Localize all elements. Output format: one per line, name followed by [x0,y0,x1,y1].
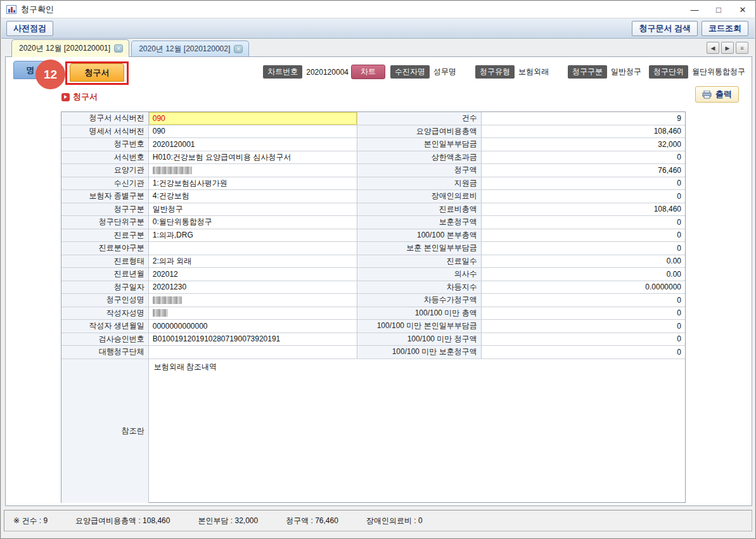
form-row-19: 대행청구단체100/100 미만 보훈청구액0 [61,346,685,359]
form-value[interactable]: B01001912019102807190073920191 [149,333,357,346]
maximize-button[interactable]: □ [707,2,731,18]
form-value[interactable] [149,242,357,255]
form-label: 진료년월 [61,268,149,281]
form-label: 서식번호 [61,151,149,164]
form-value[interactable]: 0000000000000 [149,320,357,333]
print-button[interactable]: 출력 [695,86,739,103]
form-value[interactable]: 0 [482,229,685,242]
form-label: 진료구분 [61,229,149,242]
subtab-claim-form[interactable]: 청구서 [70,63,124,82]
tab-next-button[interactable]: ▶ [721,42,734,54]
minimize-button[interactable]: — [682,2,707,18]
app-window: 청구확인 — □ ✕ 사전점검 청구문서 검색 코드조회 2020년 12월 [… [0,0,756,539]
form-value[interactable]: 0 [482,320,685,333]
form-value[interactable]: 0 [482,346,685,358]
form-value[interactable] [149,294,357,307]
form-row-17: 작성자 생년월일0000000000000100/100 미만 본인일부부담금0 [61,320,685,333]
form-row-16: 작성자성명100/100 미만 총액0 [61,307,685,320]
print-button-label: 출력 [715,89,732,100]
form-value[interactable]: 0 [482,294,685,307]
form-value[interactable]: 0.00 [482,268,685,281]
redacted-value [153,167,192,174]
form-value[interactable]: 090 [149,112,357,125]
form-row-9: 청구단위구분0:월단위통합청구보훈청구액0 [61,216,685,229]
form-value[interactable]: 20201230 [149,281,357,294]
form-value[interactable]: 9 [482,112,685,125]
form-value[interactable]: 090 [149,125,357,138]
form-value[interactable] [149,164,357,177]
status-item-2: 요양급여비용총액 : 108,460 [75,516,170,526]
form-value[interactable] [149,346,357,358]
tab-close-icon[interactable]: × [234,45,243,53]
form-value[interactable]: 0 [482,242,685,255]
form-value[interactable]: 0 [482,216,685,229]
form-value[interactable]: 1:건강보험심사평가원 [149,177,357,190]
form-label: 차등지수 [357,281,482,294]
main-tab-2[interactable]: 2020년 12월 [2020120002]× [131,41,249,57]
form-label: 청구서 서식버전 [61,112,149,125]
form-value[interactable]: H010:건강보험 요양급여비용 심사청구서 [149,151,357,164]
form-row-4: 서식번호H010:건강보험 요양급여비용 심사청구서상한액초과금0 [61,151,685,165]
form-value[interactable]: 0 [482,151,685,164]
form-value[interactable]: 108,460 [482,125,685,138]
form-value[interactable]: 2020120001 [149,138,357,151]
form-label: 건수 [357,112,482,125]
form-label: 작성자성명 [61,307,149,320]
claim-content-panel: 명 청구서 12 차트번호 2020120004 차트 수진자명 성무명 청구유… [5,56,752,506]
form-value[interactable]: 76,460 [482,164,685,177]
form-value[interactable]: 0.0000000 [482,281,685,294]
form-value[interactable] [149,307,357,320]
form-row-8: 청구구분일반청구진료비총액108,460 [61,203,685,217]
form-value[interactable]: 2:의과 외래 [149,255,357,268]
form-label: 대행청구단체 [61,346,149,358]
form-label: 100/100 미만 본인일부부담금 [357,320,482,333]
form-label: 청구단위구분 [61,216,149,229]
form-value[interactable]: 일반청구 [149,203,357,216]
form-value[interactable]: 0.00 [482,255,685,268]
form-label: 100/100 미만 총액 [357,307,482,320]
status-bar: ※ 건수 : 9요양급여비용총액 : 108,460본인부담 : 32,000청… [4,510,752,531]
form-label-reference: 참조란 [61,359,149,503]
form-value[interactable]: 32,000 [482,138,685,151]
claim-type-value: 보험외래 [518,67,549,77]
form-label: 수신기관 [61,177,149,190]
form-label: 진료분야구분 [61,242,149,255]
claim-class-badge: 청구구분 [568,65,607,79]
claim-unit-value: 월단위통합청구 [692,67,745,77]
form-value[interactable]: 1:의과,DRG [149,229,357,242]
form-value-reference[interactable]: 보험외래 참조내역 [149,359,685,503]
form-value[interactable]: 0 [482,333,685,346]
tab-nav: ◀ ▶ ≡ [707,42,748,54]
redacted-value [153,309,168,317]
claim-doc-search-button[interactable]: 청구문서 검색 [632,21,698,36]
tab-strip: 2020년 12월 [2020120001]×2020년 12월 [202012… [1,39,755,57]
form-value[interactable]: 0:월단위통합청구 [149,216,357,229]
form-row-18: 검사승인번호B01001912019102807190073920191100/… [61,333,685,346]
form-row-12: 진료형태2:의과 외래진료일수0.00 [61,255,685,269]
precheck-button[interactable]: 사전점검 [6,21,53,36]
section-header: 청구서 [61,91,98,103]
claim-type-badge: 청구유형 [475,65,515,79]
form-label: 보훈 본인일부부담금 [357,242,482,255]
window-title: 청구확인 [21,4,54,15]
form-value[interactable]: 202012 [149,268,357,281]
form-value[interactable]: 0 [482,177,685,190]
form-value[interactable]: 108,460 [482,203,685,216]
form-row-1: 청구서 서식버전090건수9 [61,112,685,125]
toolbar: 사전점검 청구문서 검색 코드조회 [1,18,755,39]
form-label: 100/100 미만 보훈청구액 [357,346,482,358]
tab-prev-button[interactable]: ◀ [707,42,719,54]
close-button[interactable]: ✕ [731,2,755,18]
main-tab-label: 2020년 12월 [2020120002] [139,44,230,54]
tab-list-button[interactable]: ≡ [736,42,748,54]
form-label: 차등수가청구액 [357,294,482,307]
main-tab-1[interactable]: 2020년 12월 [2020120001]× [11,39,129,57]
form-value[interactable]: 0 [482,190,685,203]
tab-close-icon[interactable]: × [114,44,123,53]
form-label: 진료일수 [357,255,482,268]
chart-button[interactable]: 차트 [351,65,385,79]
code-lookup-button[interactable]: 코드조회 [702,21,748,36]
form-row-14: 청구일자20201230차등지수0.0000000 [61,281,685,295]
form-value[interactable]: 0 [482,307,685,320]
form-value[interactable]: 4:건강보험 [149,190,357,203]
